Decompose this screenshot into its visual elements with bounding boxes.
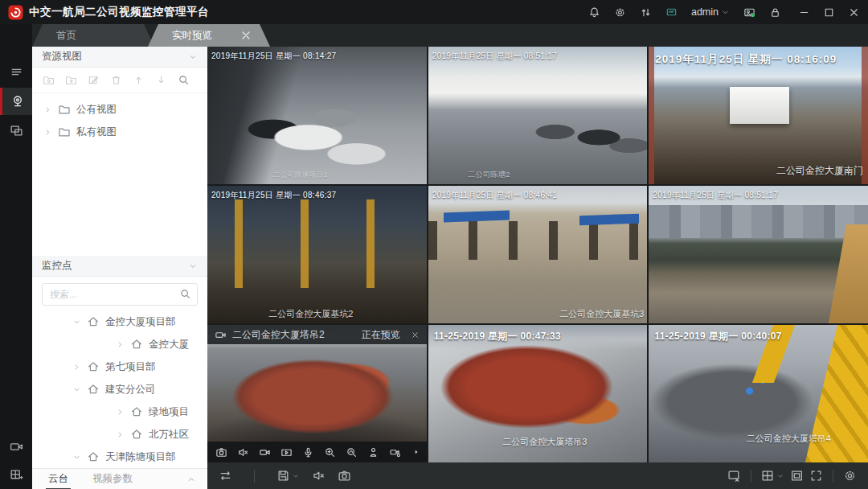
home-icon xyxy=(87,383,100,396)
close-all-video-icon[interactable] xyxy=(727,469,741,483)
tree-item-label: 公有视图 xyxy=(76,103,117,117)
chevron-right-icon[interactable] xyxy=(43,105,52,114)
ptz-camera-icon[interactable] xyxy=(389,446,401,458)
tree-item-jinkong-tower[interactable]: 金控大厦 xyxy=(32,333,207,355)
tab-video-params[interactable]: 视频参数 xyxy=(92,472,133,486)
video-record-icon[interactable] xyxy=(10,440,23,454)
tree-item-beiwan-community[interactable]: 北万社区 xyxy=(32,423,207,446)
tab-ptz[interactable]: 云台 xyxy=(48,472,68,486)
move-down-icon[interactable] xyxy=(155,74,167,86)
monitor-points-header[interactable]: 监控点 xyxy=(32,256,207,277)
edit-icon[interactable] xyxy=(88,74,100,86)
delete-icon[interactable] xyxy=(110,74,122,86)
close-button[interactable] xyxy=(848,6,860,18)
video-timestamp: 2019年11月25日 星期一 08:46:41 xyxy=(432,190,557,201)
tree-item-label: 天津陈塘项目部 xyxy=(105,450,176,464)
search-icon[interactable] xyxy=(179,288,191,300)
video-cell-3[interactable]: 2019年11月25日 星期一 08:16:09 二公司金控大厦南门 xyxy=(649,47,868,184)
folder-add-icon[interactable] xyxy=(65,74,77,86)
speaker-mute-icon[interactable] xyxy=(237,446,249,458)
video-cell-9[interactable]: 11-25-2019 星期一 00:40:07 二公司金控大厦塔吊4 xyxy=(649,325,868,462)
video-cell-5[interactable]: 2019年11月25日 星期一 08:46:41 二公司金控大厦基坑3 xyxy=(428,186,648,323)
tree-item-jinkong-project[interactable]: 金控大厦项目部 xyxy=(32,310,207,333)
record-icon[interactable] xyxy=(259,446,271,458)
fullscreen-icon[interactable] xyxy=(809,469,823,483)
snapshot-icon[interactable] xyxy=(338,469,351,483)
video-cell-8[interactable]: 11-25-2019 星期一 00:47:33 二公司金控大厦塔吊3 xyxy=(428,325,648,462)
tree-item-private-views[interactable]: 私有视图 xyxy=(43,121,207,143)
tree-item-seventh-project[interactable]: 第七项目部 xyxy=(32,355,207,378)
zoom-in-icon[interactable] xyxy=(324,446,336,458)
tree-item-tianjin-chentang[interactable]: 天津陈塘项目部 xyxy=(32,446,207,468)
left-icon-rail xyxy=(0,24,32,489)
chevron-down-icon[interactable] xyxy=(72,385,81,394)
chevron-down-icon xyxy=(776,472,784,480)
video-frame-detail xyxy=(730,87,789,124)
move-up-icon[interactable] xyxy=(133,74,145,86)
video-control-bar xyxy=(207,442,427,462)
rail-camera-item-active[interactable] xyxy=(0,88,32,115)
app-window: 中交一航局二公司视频监控管理平台 admin 首页 实时预览 xyxy=(0,0,868,489)
tree-item-public-views[interactable]: 公有视图 xyxy=(43,98,207,121)
chevron-up-icon[interactable] xyxy=(186,475,196,484)
maximize-button[interactable] xyxy=(823,6,835,18)
chevron-down-icon[interactable] xyxy=(72,318,81,327)
tree-item-label: 金控大厦项目部 xyxy=(105,315,176,329)
instant-playback-icon[interactable] xyxy=(280,446,293,458)
video-cell-6[interactable]: 2019年11月25日 星期一 08:51:17 xyxy=(649,186,868,323)
layout-grid-icon xyxy=(761,469,775,483)
chevron-right-icon[interactable] xyxy=(116,408,125,417)
snapshot-icon[interactable] xyxy=(215,446,227,458)
lock-icon[interactable] xyxy=(769,6,781,18)
search-input[interactable] xyxy=(42,283,198,306)
settings-gear-icon[interactable] xyxy=(843,469,857,483)
tab-home-label: 首页 xyxy=(56,29,76,43)
folder-view-icon[interactable] xyxy=(43,74,55,86)
video-cell-1[interactable]: 2019年11月25日 星期一 08:14:27 二公司陈塘项目1 xyxy=(207,47,427,184)
speaker-mute-icon[interactable] xyxy=(312,469,326,483)
stream-switch-icon[interactable] xyxy=(219,469,232,483)
tree-item-greenland-project[interactable]: 绿地项目 xyxy=(32,401,207,423)
menu-list-icon[interactable] xyxy=(10,65,23,79)
save-view-button[interactable] xyxy=(276,469,300,483)
search-icon[interactable] xyxy=(178,74,190,86)
tab-home[interactable]: 首页 xyxy=(32,24,154,47)
minimize-button[interactable] xyxy=(798,6,810,18)
zoom-3d-icon[interactable] xyxy=(346,446,358,458)
video-timestamp: 11-25-2019 星期一 00:47:33 xyxy=(434,330,561,343)
video-cell-selected[interactable]: 二公司金控大厦塔吊2 正在预览 xyxy=(207,325,427,462)
video-cell-2[interactable]: 2019年11月25日 星期一 08:51:17 二公司陈塘2 xyxy=(428,47,648,184)
chevron-down-icon[interactable] xyxy=(72,453,81,462)
camera-icon xyxy=(215,329,227,341)
layout-grid-button[interactable] xyxy=(761,469,784,483)
tab-live-preview[interactable]: 实时预览 xyxy=(148,24,270,47)
ptz-locate-icon[interactable] xyxy=(367,446,379,458)
microphone-icon[interactable] xyxy=(302,446,314,458)
close-video-icon[interactable] xyxy=(411,331,420,339)
chevron-right-icon[interactable] xyxy=(116,340,125,349)
chevron-right-icon[interactable] xyxy=(43,128,52,137)
more-controls-icon[interactable] xyxy=(412,448,420,456)
chevron-down-icon[interactable] xyxy=(188,261,198,271)
monitor-status-icon[interactable] xyxy=(665,6,678,18)
left-panel: 资源视图 公有视图 私有视图 监控点 xyxy=(32,47,207,489)
tab-close-icon[interactable] xyxy=(240,29,252,42)
monitor-tree: 金控大厦项目部 金控大厦 第七项目部 建安分公司 绿地项目 xyxy=(32,310,207,468)
user-menu[interactable]: admin xyxy=(691,6,730,18)
data-transfer-icon[interactable] xyxy=(640,6,652,18)
tree-item-jianan-branch[interactable]: 建安分公司 xyxy=(32,378,207,401)
chevron-right-icon[interactable] xyxy=(116,430,125,439)
resource-view-header[interactable]: 资源视图 xyxy=(32,47,207,68)
video-timestamp: 11-25-2019 星期一 00:40:07 xyxy=(654,330,781,343)
search-box xyxy=(42,283,198,306)
notification-bell-icon[interactable] xyxy=(588,6,600,18)
matrix-layout-icon[interactable] xyxy=(10,468,23,482)
capture-status-icon[interactable] xyxy=(743,6,755,18)
settings-gear-icon[interactable] xyxy=(614,6,626,18)
chevron-down-icon[interactable] xyxy=(188,52,198,62)
chevron-right-icon[interactable] xyxy=(72,363,81,372)
single-screen-icon[interactable] xyxy=(790,469,804,483)
tab-bar: 首页 实时预览 xyxy=(0,24,868,47)
video-cell-4[interactable]: 2019年11月25日 星期一 08:46:37 二公司金控大厦基坑2 xyxy=(207,186,427,323)
monitor-wall-icon[interactable] xyxy=(10,124,23,138)
